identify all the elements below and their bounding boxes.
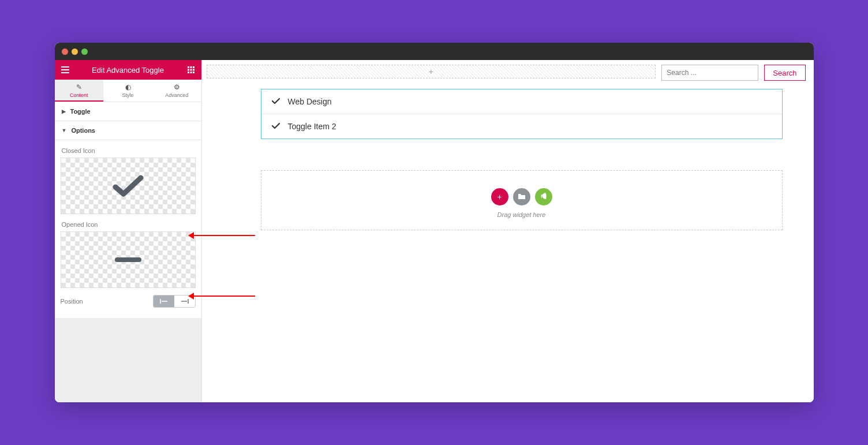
svg-rect-6: [188, 69, 189, 71]
svg-rect-10: [190, 72, 192, 73]
pencil-icon: ✎: [55, 83, 104, 91]
svg-rect-8: [193, 69, 194, 71]
tab-style[interactable]: ◐ Style: [103, 80, 152, 102]
position-left[interactable]: [154, 296, 174, 307]
window-controls: [62, 48, 88, 55]
search-input[interactable]: [661, 65, 758, 81]
panel-grid-icon[interactable]: [185, 64, 197, 76]
gear-icon: ⚙: [152, 83, 201, 91]
toggle-item[interactable]: Toggle Item 2: [261, 114, 782, 139]
tab-label: Style: [122, 92, 134, 98]
sidebar-spacer: [55, 318, 201, 402]
tab-label: Content: [70, 92, 88, 98]
section-label: Options: [71, 127, 95, 134]
minimize-window-button[interactable]: [72, 48, 78, 55]
sidebar-header: Edit Advanced Toggle: [55, 60, 201, 80]
svg-rect-4: [190, 66, 192, 68]
drag-hint-text: Drag widget here: [261, 211, 782, 218]
app-window: Edit Advanced Toggle ✎ Content ◐ Style ⚙…: [55, 43, 814, 402]
svg-rect-9: [188, 72, 189, 73]
app-body: Edit Advanced Toggle ✎ Content ◐ Style ⚙…: [55, 60, 814, 402]
toggle-item-label: Web Design: [288, 97, 332, 106]
caret-down-icon: ▼: [62, 128, 67, 133]
advanced-toggle-widget[interactable]: Web Design Toggle Item 2: [261, 89, 783, 139]
template-library-button[interactable]: [513, 188, 530, 205]
tab-content[interactable]: ✎ Content: [55, 80, 104, 102]
section-label: Toggle: [70, 108, 91, 115]
folder-icon: [518, 192, 526, 201]
add-section-strip[interactable]: +: [207, 65, 656, 78]
sidebar-title: Edit Advanced Toggle: [92, 66, 164, 74]
editor-sidebar: Edit Advanced Toggle ✎ Content ◐ Style ⚙…: [55, 60, 202, 402]
leaf-icon: [540, 192, 547, 202]
svg-rect-1: [61, 69, 69, 70]
svg-rect-7: [190, 69, 192, 71]
align-left-icon: [160, 298, 168, 304]
canvas-topbar: + Search: [202, 60, 814, 81]
minus-icon: [114, 256, 143, 263]
close-window-button[interactable]: [62, 48, 68, 55]
opened-icon-picker[interactable]: [61, 231, 196, 288]
annotation-arrow: [190, 296, 255, 297]
canvas-area: + Search Web Design Toggle Item 2: [202, 60, 814, 402]
search-button[interactable]: Search: [764, 65, 805, 81]
caret-right-icon: ▶: [62, 109, 66, 114]
tab-label: Advanced: [165, 92, 188, 98]
check-icon: [272, 97, 280, 106]
opened-icon-label: Opened Icon: [55, 214, 201, 231]
position-label: Position: [61, 298, 83, 305]
plus-icon: +: [497, 192, 502, 201]
svg-rect-11: [193, 72, 194, 73]
position-row: Position: [55, 288, 201, 315]
toggle-item-label: Toggle Item 2: [288, 122, 336, 131]
toggle-item[interactable]: Web Design: [261, 89, 782, 114]
annotation-arrow: [190, 235, 255, 236]
svg-rect-3: [188, 66, 189, 68]
contrast-icon: ◐: [103, 83, 152, 91]
tab-advanced[interactable]: ⚙ Advanced: [152, 80, 201, 102]
window-titlebar: [55, 43, 814, 60]
maximize-window-button[interactable]: [81, 48, 88, 55]
section-toggle[interactable]: ▶ Toggle: [55, 102, 201, 121]
menu-icon[interactable]: [59, 64, 71, 76]
svg-rect-2: [61, 72, 69, 73]
section-options[interactable]: ▼ Options: [55, 121, 201, 140]
plus-icon: +: [429, 67, 433, 76]
add-section-button[interactable]: +: [491, 188, 508, 205]
dropzone-buttons: +: [261, 188, 782, 205]
check-icon: [112, 173, 144, 199]
sidebar-tabs: ✎ Content ◐ Style ⚙ Advanced: [55, 80, 201, 102]
closed-icon-label: Closed Icon: [55, 140, 201, 158]
svg-rect-0: [61, 66, 69, 68]
svg-rect-12: [115, 257, 141, 262]
widget-dropzone[interactable]: + Drag widget here: [261, 170, 783, 230]
check-icon: [272, 122, 280, 131]
closed-icon-picker[interactable]: [61, 158, 196, 214]
envato-button[interactable]: [535, 188, 552, 205]
svg-rect-5: [193, 66, 194, 68]
